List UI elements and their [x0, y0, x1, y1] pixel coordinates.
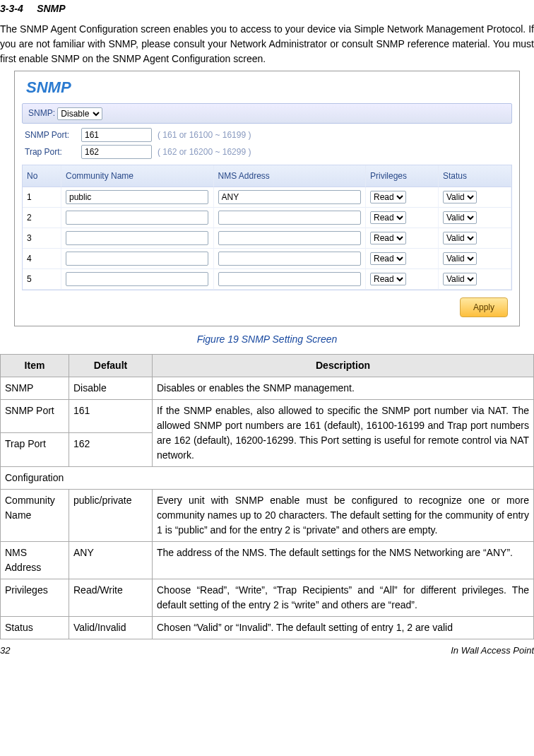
default-cell: public/private: [69, 489, 153, 541]
intro-paragraph: The SNMP Agent Configuration screen enab…: [0, 22, 534, 71]
trap-port-input[interactable]: [81, 145, 152, 159]
table-row: SNMP Port 161 If the SNMP enables, also …: [1, 399, 534, 433]
snmp-port-hint: ( 161 or 16100 ~ 16199 ): [158, 129, 251, 141]
priv-select[interactable]: Read: [370, 273, 406, 285]
snmp-config-screenshot: SNMP SNMP: Disable SNMP Port: ( 161 or 1…: [14, 71, 520, 326]
col-no: No: [23, 165, 61, 187]
trap-port-hint: ( 162 or 16200 ~ 16299 ): [158, 146, 251, 158]
item-cell: Trap Port: [1, 433, 69, 467]
status-select[interactable]: Valid: [443, 191, 477, 203]
default-cell: 161: [69, 399, 153, 433]
cell-no: 2: [23, 208, 61, 228]
desc-cell: The address of the NMS. The default sett…: [153, 541, 534, 579]
table-row: Status Valid/Invalid Chosen “Valid” or “…: [1, 616, 534, 639]
apply-button[interactable]: Apply: [460, 297, 508, 317]
nms-input[interactable]: [218, 190, 361, 204]
priv-select[interactable]: Read: [370, 232, 406, 244]
item-cell: SNMP Port: [1, 399, 69, 433]
snmp-port-label: SNMP Port:: [25, 129, 76, 141]
community-table: No Community Name NMS Address Privileges…: [22, 165, 512, 290]
table-row: 5 Read Valid: [23, 269, 511, 290]
section-heading: 3-3-4 SNMP: [0, 0, 534, 22]
desc-cell: Choose “Read”, “Write”, “Trap Recipients…: [153, 579, 534, 616]
table-row: NMS Address ANY The address of the NMS. …: [1, 541, 534, 579]
community-input[interactable]: [66, 231, 208, 245]
nms-input[interactable]: [218, 211, 361, 225]
trap-port-label: Trap Port:: [25, 146, 76, 158]
priv-select[interactable]: Read: [370, 211, 406, 224]
nms-input[interactable]: [218, 272, 361, 286]
community-input[interactable]: [66, 190, 208, 204]
cell-no: 5: [23, 269, 61, 290]
col-community: Community Name: [61, 165, 214, 187]
col-priv: Privileges: [366, 165, 439, 187]
th-item: Item: [1, 354, 69, 377]
snmp-port-input[interactable]: [81, 128, 152, 142]
col-nms: NMS Address: [214, 165, 367, 187]
desc-cell: Every unit with SNMP enable must be conf…: [153, 489, 534, 541]
snmp-enable-select[interactable]: Disable: [57, 107, 102, 120]
table-row: Privileges Read/Write Choose “Read”, “Wr…: [1, 579, 534, 616]
status-select[interactable]: Valid: [443, 273, 477, 285]
desc-cell: Chosen “Valid” or “Invalid”. The default…: [153, 616, 534, 639]
footer-title: In Wall Access Point: [451, 644, 534, 658]
page-footer: 32 In Wall Access Point: [0, 639, 534, 659]
trap-port-row: Trap Port: ( 162 or 16200 ~ 16299 ): [25, 145, 509, 159]
default-cell: 162: [69, 433, 153, 467]
section-title: SNMP: [37, 3, 65, 14]
table-row: Configuration: [1, 466, 534, 489]
item-cell: NMS Address: [1, 541, 69, 579]
cell-no: 1: [23, 187, 61, 208]
snmp-port-row: SNMP Port: ( 161 or 16100 ~ 16199 ): [25, 128, 509, 142]
status-select[interactable]: Valid: [443, 252, 477, 265]
description-table: Item Default Description SNMP Disable Di…: [0, 354, 534, 639]
table-row: 4 Read Valid: [23, 249, 511, 269]
default-cell: ANY: [69, 541, 153, 579]
table-row: 3 Read Valid: [23, 228, 511, 249]
nms-input[interactable]: [218, 231, 361, 245]
col-status: Status: [439, 165, 511, 187]
community-input[interactable]: [66, 272, 208, 286]
section-number: 3-3-4: [0, 3, 23, 14]
panel-title: SNMP: [15, 71, 519, 99]
cell-no: 3: [23, 228, 61, 249]
th-description: Description: [153, 354, 534, 377]
community-input[interactable]: [66, 252, 208, 266]
default-cell: Read/Write: [69, 579, 153, 616]
item-cell: Status: [1, 616, 69, 639]
desc-cell: Disables or enables the SNMP management.: [153, 377, 534, 399]
priv-select[interactable]: Read: [370, 191, 406, 203]
snmp-enable-label: SNMP:: [28, 108, 55, 118]
item-cell: SNMP: [1, 377, 69, 399]
cell-no: 4: [23, 249, 61, 269]
item-cell: Privileges: [1, 579, 69, 616]
table-row: 2 Read Valid: [23, 208, 511, 228]
nms-input[interactable]: [218, 252, 361, 266]
default-cell: Valid/Invalid: [69, 616, 153, 639]
status-select[interactable]: Valid: [443, 211, 477, 224]
figure-caption: Figure 19 SNMP Setting Screen: [0, 332, 534, 347]
status-select[interactable]: Valid: [443, 232, 477, 244]
config-heading-cell: Configuration: [1, 466, 534, 489]
table-row: 1 Read Valid: [23, 187, 511, 208]
table-row: SNMP Disable Disables or enables the SNM…: [1, 377, 534, 399]
desc-cell: If the SNMP enables, also allowed to spe…: [153, 399, 534, 466]
table-row: Community Name public/private Every unit…: [1, 489, 534, 541]
page-number: 32: [0, 644, 10, 658]
default-cell: Disable: [69, 377, 153, 399]
th-default: Default: [69, 354, 153, 377]
snmp-enable-bar: SNMP: Disable: [22, 103, 512, 124]
priv-select[interactable]: Read: [370, 252, 406, 265]
item-cell: Community Name: [1, 489, 69, 541]
community-input[interactable]: [66, 211, 208, 225]
